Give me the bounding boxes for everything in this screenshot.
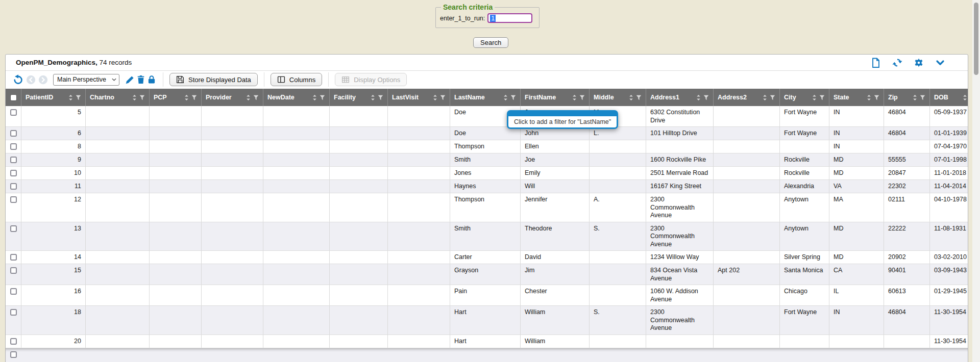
row-checkbox[interactable] [10,130,17,137]
refresh-icon[interactable] [892,58,902,68]
perspective-select[interactable]: Main Perspective [53,74,119,86]
lock-icon[interactable] [146,74,157,85]
sort-icon[interactable] [68,95,73,100]
sort-icon[interactable] [913,95,917,100]
store-displayed-data-button[interactable]: Store Displayed Data [169,73,258,86]
table-row[interactable]: 9SmithJoe1600 Rockville PikeRockvilleMD5… [6,153,968,167]
column-header-lastvisit[interactable]: LastVisit [388,89,450,106]
column-label-dob: DOB [934,94,960,101]
table-row[interactable]: 20HartWilliam11-30-1954 [6,335,968,348]
filter-icon[interactable] [636,95,642,100]
table-row[interactable]: 8ThompsonEllenIN07-04-1970 [6,140,968,153]
filter-icon[interactable] [378,95,383,100]
search-button[interactable]: Search [473,37,508,48]
column-header-firstname[interactable]: FirstName [521,89,590,106]
sort-icon[interactable] [184,95,189,100]
sort-icon[interactable] [312,95,317,100]
columns-button[interactable]: Columns [271,73,322,86]
table-row[interactable]: 6DoeJohnL.101 Hilltop DriveFort WayneIN4… [6,127,968,140]
column-header-facility[interactable]: Facility [330,89,388,106]
settings-icon[interactable] [914,58,924,68]
column-header-zip[interactable]: Zip [884,89,930,106]
filter-icon[interactable] [920,95,925,100]
sort-icon[interactable] [867,95,871,100]
row-checkbox[interactable] [10,196,17,203]
filter-icon[interactable] [191,95,197,100]
row-checkbox[interactable] [10,157,17,163]
row-checkbox[interactable] [10,309,17,316]
vertical-scrollbar[interactable] [972,0,980,362]
column-header-patientid[interactable]: PatientID [21,89,86,106]
filter-icon[interactable] [874,95,879,100]
sort-icon[interactable] [246,95,251,100]
cell-facility [330,167,388,179]
table-row[interactable]: 5DoeJaneM.6302 Constitution DriveFort Wa… [6,106,968,127]
column-header-address1[interactable]: Address1 [646,89,714,106]
sort-icon[interactable] [371,95,375,100]
sort-icon[interactable] [629,95,633,100]
collapse-panel-icon[interactable] [935,58,945,68]
filter-icon[interactable] [579,95,585,100]
column-header-state[interactable]: State [829,89,884,106]
filter-icon[interactable] [510,95,516,100]
sort-icon[interactable] [572,95,577,100]
table-row[interactable]: 18HartWilliamS.2300 Commonwealth AvenueF… [6,306,968,335]
row-checkbox[interactable] [10,338,17,345]
select-all-checkbox[interactable] [10,94,17,101]
filter-icon[interactable] [320,95,325,100]
trash-icon[interactable] [135,74,146,85]
column-header-pcp[interactable]: PCP [150,89,202,106]
row-checkbox[interactable] [10,183,17,190]
sort-icon[interactable] [503,95,508,100]
cell-pcp [150,153,202,166]
sort-icon[interactable] [132,95,137,100]
new-document-icon[interactable] [871,58,881,68]
table-row-partial[interactable] [6,348,968,362]
row-checkbox[interactable] [10,225,17,232]
sort-icon[interactable] [696,95,701,100]
search-input[interactable]: 1 [487,13,532,23]
filter-icon[interactable] [253,95,259,100]
table-row[interactable]: 13SmithTheodoreS.2300 Commonwealth Avenu… [6,222,968,251]
column-header-dob[interactable]: DOB [930,89,968,106]
filter-icon[interactable] [819,95,825,100]
cell-zip: 46804 [884,127,930,140]
column-header-middle[interactable]: Middle [590,89,646,106]
scrollbar-thumb[interactable] [974,3,978,75]
next-perspective-icon[interactable] [38,75,48,85]
table-row[interactable]: 15GraysonJim834 Ocean Vista AvenueApt 20… [6,264,968,285]
sort-icon[interactable] [963,95,967,100]
table-row[interactable]: 12ThompsonJenniferA.2300 Commonwealth Av… [6,193,968,222]
column-label-city: City [784,94,810,101]
filter-icon[interactable] [139,95,145,100]
row-checkbox[interactable] [10,254,17,261]
filter-icon[interactable] [440,95,446,100]
row-checkbox[interactable] [10,143,17,150]
sort-icon[interactable] [763,95,767,100]
column-header-city[interactable]: City [780,89,829,106]
pencil-icon[interactable] [125,74,135,85]
sort-icon[interactable] [433,95,437,100]
table-row[interactable]: 16PainChester1060 W. Addison AvenueChica… [6,285,968,306]
column-header-chartno[interactable]: Chartno [86,89,150,106]
column-header-lastname[interactable]: LastName [450,89,521,106]
sort-icon[interactable] [812,95,817,100]
row-checkbox[interactable] [10,288,17,295]
table-row[interactable]: 14CarterDavid1234 Willow WaySilver Sprin… [6,251,968,264]
table-row[interactable]: 10JonesEmily2501 Merrvale RoadRockvilleM… [6,167,968,180]
table-row[interactable]: 11HaynesWill16167 King StreetAlexandriaV… [6,180,968,193]
cell-city: Fort Wayne [780,106,829,126]
undo-icon[interactable] [13,74,23,85]
filter-icon[interactable] [76,95,81,100]
previous-perspective-icon[interactable] [26,75,36,85]
column-header-address2[interactable]: Address2 [714,89,780,106]
row-checkbox[interactable] [10,351,17,358]
column-header-provider[interactable]: Provider [202,89,263,106]
filter-icon[interactable] [703,95,709,100]
cell-facility [330,127,388,140]
row-checkbox[interactable] [10,170,17,176]
row-checkbox[interactable] [10,109,17,116]
column-header-newdate[interactable]: NewDate [263,89,330,106]
filter-icon[interactable] [770,95,775,100]
row-checkbox[interactable] [10,267,17,274]
